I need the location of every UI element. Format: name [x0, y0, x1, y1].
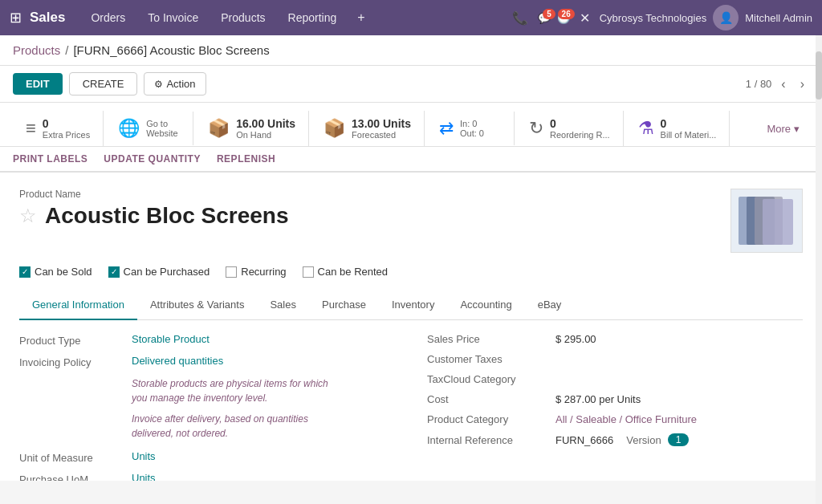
product-checkboxes: ✓ Can be Sold ✓ Can be Purchased Recurri… — [19, 266, 803, 278]
activity-badge[interactable]: 🕐 26 — [557, 12, 570, 24]
can-be-rented-label: Can be Rented — [318, 266, 388, 278]
username[interactable]: Mitchell Admin — [745, 12, 812, 24]
invoicing-policy-label: Invoicing Policy — [19, 355, 132, 368]
tab-accounting[interactable]: Accounting — [447, 291, 524, 320]
sales-price-label: Sales Price — [427, 333, 555, 345]
product-category-value[interactable]: All / Saleable / Office Furniture — [555, 413, 697, 425]
can-be-sold-checkbox[interactable]: ✓ Can be Sold — [19, 266, 92, 278]
refresh-icon: ↻ — [529, 118, 543, 139]
extra-prices-button[interactable]: ≡ 0 Extra Prices — [13, 111, 104, 146]
unit-of-measure-label: Unit of Measure — [19, 450, 132, 464]
more-label: More — [767, 123, 791, 135]
box-icon: 📦 — [208, 118, 230, 139]
customer-taxes-field: Customer Taxes — [427, 353, 803, 365]
bom-button[interactable]: ⚗ 0 Bill of Materi... — [625, 111, 730, 146]
purchase-uom-label: Purchase UoM — [19, 472, 132, 481]
top-navigation: ⊞ Sales Orders To Invoice Products Repor… — [0, 0, 822, 35]
product-image[interactable] — [730, 189, 803, 253]
nav-reporting[interactable]: Reporting — [279, 5, 347, 30]
favorite-star-icon[interactable]: ☆ — [19, 205, 37, 227]
extra-prices-count: 0 — [43, 117, 90, 130]
tab-attributes-variants[interactable]: Attributes & Variants — [137, 291, 258, 320]
product-category-label: Product Category — [427, 413, 555, 425]
unit-of-measure-value[interactable]: Units — [132, 450, 156, 462]
globe-icon: 🌐 — [118, 118, 140, 139]
tab-purchase[interactable]: Purchase — [309, 291, 379, 320]
nav-to-invoice[interactable]: To Invoice — [138, 5, 208, 30]
website-label: Go toWebsite — [146, 119, 178, 138]
cost-label: Cost — [427, 393, 555, 405]
invoicing-policy-value[interactable]: Delivered quantities — [132, 355, 223, 367]
purchase-uom-value[interactable]: Units — [132, 472, 156, 481]
unchecked-icon — [303, 266, 314, 278]
nav-links: Orders To Invoice Products Reporting + — [81, 4, 508, 31]
tab-inventory[interactable]: Inventory — [379, 291, 447, 320]
pagination: 1 / 80 ‹ › — [746, 75, 809, 93]
can-be-purchased-label: Can be Purchased — [124, 266, 210, 278]
product-name-section: Product Name ☆ Acoustic Bloc Screens — [19, 189, 730, 229]
close-nav-icon[interactable]: ✕ — [576, 7, 593, 29]
forecasted-button[interactable]: 📦 13.00 Units Forecasted — [311, 111, 425, 146]
form-left: Product Type Storable Product Invoicing … — [19, 333, 395, 481]
nav-add-menu[interactable]: + — [349, 4, 372, 31]
go-to-website-button[interactable]: 🌐 Go toWebsite — [105, 112, 193, 145]
messages-badge[interactable]: 💬 5 — [538, 12, 551, 24]
action-button[interactable]: ⚙ Action — [144, 72, 206, 96]
company-name[interactable]: Cybrosys Technologies — [600, 12, 706, 24]
nav-orders[interactable]: Orders — [81, 5, 135, 30]
on-hand-label: On Hand — [236, 130, 295, 140]
svg-rect-3 — [763, 199, 793, 245]
tab-ebay[interactable]: eBay — [525, 291, 575, 320]
print-labels-link[interactable]: PRINT LABELS — [13, 153, 87, 165]
breadcrumb-parent[interactable]: Products — [13, 43, 60, 57]
can-be-purchased-checkbox[interactable]: ✓ Can be Purchased — [108, 266, 210, 278]
scrollbar-thumb[interactable] — [816, 51, 822, 100]
avatar-icon: 👤 — [719, 11, 733, 24]
taxcloud-category-field: TaxCloud Category — [427, 373, 803, 385]
list-icon: ≡ — [26, 118, 36, 139]
internal-reference-label: Internal Reference — [427, 434, 555, 446]
replenish-link[interactable]: REPLENISH — [217, 153, 275, 165]
recurring-checkbox[interactable]: Recurring — [226, 266, 286, 278]
internal-reference-value: FURN_6666 — [555, 434, 613, 446]
avatar[interactable]: 👤 — [713, 5, 739, 30]
forecasted-count: 13.00 Units — [352, 117, 411, 130]
invoicing-note-1: Storable products are physical items for… — [132, 376, 340, 405]
can-be-sold-label: Can be Sold — [35, 266, 92, 278]
app-name[interactable]: Sales — [30, 10, 65, 26]
pagination-text: 1 / 80 — [746, 78, 772, 90]
app-grid-icon[interactable]: ⊞ — [10, 9, 22, 26]
taxcloud-category-label: TaxCloud Category — [427, 373, 555, 385]
messages-count: 5 — [543, 9, 555, 19]
more-button[interactable]: More ▾ — [757, 116, 809, 141]
can-be-rented-checkbox[interactable]: Can be Rented — [303, 266, 388, 278]
update-quantity-link[interactable]: UPDATE QUANTITY — [104, 153, 201, 165]
nav-products[interactable]: Products — [211, 5, 275, 30]
out-count: Out: 0 — [460, 128, 484, 138]
edit-button[interactable]: EDIT — [13, 73, 63, 95]
forecasted-label: Forecasted — [352, 130, 411, 140]
grid-icon: ⊞ — [10, 9, 22, 26]
product-type-value[interactable]: Storable Product — [132, 333, 210, 345]
invoicing-note-2: Invoice after delivery, based on quantit… — [132, 412, 340, 441]
in-out-button[interactable]: ⇄ In: 0 Out: 0 — [426, 112, 515, 145]
internal-reference-field: Internal Reference FURN_6666 Version 1 — [427, 433, 803, 446]
prev-page-button[interactable]: ‹ — [776, 75, 790, 93]
tab-sales[interactable]: Sales — [257, 291, 309, 320]
version-label: Version — [626, 434, 661, 446]
reordering-label: Reordering R... — [550, 130, 610, 140]
scrollbar[interactable] — [816, 35, 822, 504]
form-grid: Product Type Storable Product Invoicing … — [19, 333, 803, 481]
on-hand-button[interactable]: 📦 16.00 Units On Hand — [195, 111, 309, 146]
reordering-button[interactable]: ↻ 0 Reordering R... — [516, 111, 624, 146]
tab-general-information[interactable]: General Information — [19, 291, 137, 320]
sales-price-field: Sales Price $ 295.00 — [427, 333, 803, 345]
product-type-field: Product Type Storable Product — [19, 333, 395, 347]
sales-price-value: $ 295.00 — [555, 333, 596, 345]
breadcrumb-separator: / — [65, 43, 68, 57]
purchase-uom-field: Purchase UoM Units — [19, 472, 395, 481]
phone-icon[interactable]: 📞 — [509, 7, 531, 29]
next-page-button[interactable]: › — [796, 75, 809, 93]
form-right: Sales Price $ 295.00 Customer Taxes TaxC… — [427, 333, 803, 481]
create-button[interactable]: CREATE — [69, 72, 138, 96]
